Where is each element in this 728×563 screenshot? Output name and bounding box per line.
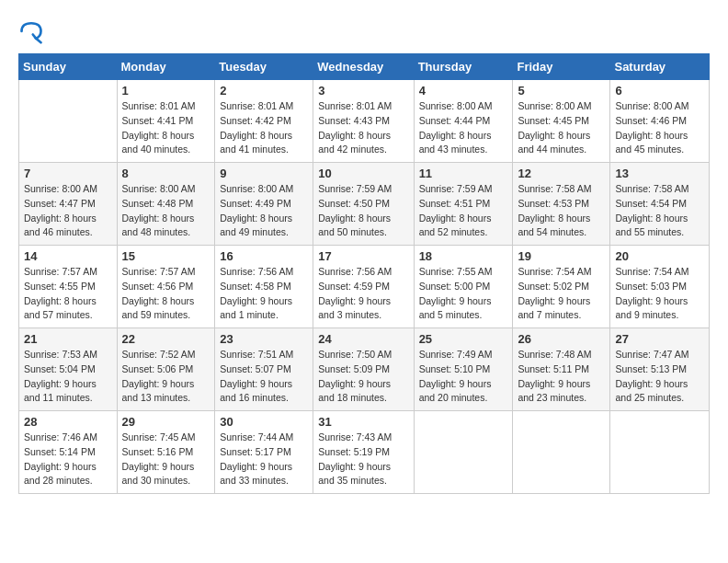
day-info: Sunrise: 7:52 AMSunset: 5:06 PMDaylight:… (122, 348, 210, 406)
day-number: 19 (518, 249, 605, 263)
day-info: Sunrise: 8:00 AMSunset: 4:47 PMDaylight:… (24, 182, 112, 240)
calendar-cell: 26Sunrise: 7:48 AMSunset: 5:11 PMDayligh… (513, 328, 610, 411)
calendar-cell: 8Sunrise: 8:00 AMSunset: 4:48 PMDaylight… (117, 163, 215, 246)
calendar-week-row: 28Sunrise: 7:46 AMSunset: 5:14 PMDayligh… (19, 411, 710, 494)
day-number: 4 (419, 84, 508, 98)
day-info: Sunrise: 7:59 AMSunset: 4:51 PMDaylight:… (419, 182, 508, 240)
calendar-cell: 4Sunrise: 8:00 AMSunset: 4:44 PMDaylight… (414, 80, 513, 163)
calendar-cell: 21Sunrise: 7:53 AMSunset: 5:04 PMDayligh… (19, 328, 118, 411)
calendar-cell (513, 411, 610, 494)
calendar-cell (610, 411, 710, 494)
day-number: 22 (122, 332, 210, 346)
logo-icon (18, 18, 44, 44)
day-number: 23 (220, 332, 308, 346)
day-of-week-header: Monday (117, 54, 215, 80)
day-number: 3 (318, 84, 408, 98)
calendar-cell: 2Sunrise: 8:01 AMSunset: 4:42 PMDaylight… (215, 80, 313, 163)
day-info: Sunrise: 8:01 AMSunset: 4:43 PMDaylight:… (318, 99, 408, 157)
calendar-cell: 28Sunrise: 7:46 AMSunset: 5:14 PMDayligh… (19, 411, 118, 494)
day-number: 31 (318, 415, 408, 429)
day-info: Sunrise: 7:49 AMSunset: 5:10 PMDaylight:… (419, 348, 508, 406)
day-info: Sunrise: 7:54 AMSunset: 5:02 PMDaylight:… (518, 265, 605, 323)
day-number: 14 (24, 249, 112, 263)
calendar-cell (19, 80, 118, 163)
day-info: Sunrise: 7:53 AMSunset: 5:04 PMDaylight:… (24, 348, 112, 406)
day-info: Sunrise: 8:00 AMSunset: 4:44 PMDaylight:… (419, 99, 508, 157)
calendar-cell: 20Sunrise: 7:54 AMSunset: 5:03 PMDayligh… (610, 246, 710, 328)
day-number: 24 (318, 332, 408, 346)
day-info: Sunrise: 7:58 AMSunset: 4:53 PMDaylight:… (518, 182, 605, 240)
calendar-cell: 24Sunrise: 7:50 AMSunset: 5:09 PMDayligh… (313, 328, 414, 411)
day-info: Sunrise: 7:50 AMSunset: 5:09 PMDaylight:… (318, 348, 408, 406)
calendar-cell: 30Sunrise: 7:44 AMSunset: 5:17 PMDayligh… (215, 411, 313, 494)
calendar-week-row: 1Sunrise: 8:01 AMSunset: 4:41 PMDaylight… (19, 80, 710, 163)
calendar-cell: 31Sunrise: 7:43 AMSunset: 5:19 PMDayligh… (313, 411, 414, 494)
day-of-week-header: Thursday (414, 54, 513, 80)
day-of-week-header: Friday (513, 54, 610, 80)
calendar-cell: 14Sunrise: 7:57 AMSunset: 4:55 PMDayligh… (19, 246, 118, 328)
day-number: 7 (24, 167, 112, 180)
day-of-week-header: Sunday (19, 54, 118, 80)
calendar-cell: 9Sunrise: 8:00 AMSunset: 4:49 PMDaylight… (215, 163, 313, 246)
day-info: Sunrise: 8:00 AMSunset: 4:48 PMDaylight:… (122, 182, 210, 240)
day-info: Sunrise: 8:00 AMSunset: 4:46 PMDaylight:… (615, 99, 704, 157)
calendar-cell (414, 411, 513, 494)
day-info: Sunrise: 7:59 AMSunset: 4:50 PMDaylight:… (318, 182, 408, 240)
day-info: Sunrise: 7:51 AMSunset: 5:07 PMDaylight:… (220, 348, 308, 406)
calendar-cell: 29Sunrise: 7:45 AMSunset: 5:16 PMDayligh… (117, 411, 215, 494)
day-number: 30 (220, 415, 308, 429)
calendar-week-row: 14Sunrise: 7:57 AMSunset: 4:55 PMDayligh… (19, 246, 710, 328)
day-info: Sunrise: 7:46 AMSunset: 5:14 PMDaylight:… (24, 431, 112, 488)
calendar-cell: 17Sunrise: 7:56 AMSunset: 4:59 PMDayligh… (313, 246, 414, 328)
calendar-cell: 11Sunrise: 7:59 AMSunset: 4:51 PMDayligh… (414, 163, 513, 246)
day-number: 10 (318, 167, 408, 180)
day-number: 16 (220, 249, 308, 263)
day-number: 13 (615, 167, 704, 180)
day-number: 11 (419, 167, 508, 180)
day-info: Sunrise: 7:47 AMSunset: 5:13 PMDaylight:… (615, 348, 704, 406)
day-info: Sunrise: 7:56 AMSunset: 4:58 PMDaylight:… (220, 265, 308, 323)
day-info: Sunrise: 8:00 AMSunset: 4:45 PMDaylight:… (518, 99, 605, 157)
day-info: Sunrise: 8:00 AMSunset: 4:49 PMDaylight:… (220, 182, 308, 240)
day-number: 9 (220, 167, 308, 180)
day-number: 21 (24, 332, 112, 346)
day-number: 5 (518, 84, 605, 98)
calendar-cell: 27Sunrise: 7:47 AMSunset: 5:13 PMDayligh… (610, 328, 710, 411)
calendar-cell: 7Sunrise: 8:00 AMSunset: 4:47 PMDaylight… (19, 163, 118, 246)
day-info: Sunrise: 7:43 AMSunset: 5:19 PMDaylight:… (318, 431, 408, 488)
calendar-cell: 18Sunrise: 7:55 AMSunset: 5:00 PMDayligh… (414, 246, 513, 328)
calendar-cell: 12Sunrise: 7:58 AMSunset: 4:53 PMDayligh… (513, 163, 610, 246)
day-info: Sunrise: 8:01 AMSunset: 4:41 PMDaylight:… (122, 99, 210, 157)
day-number: 28 (24, 415, 112, 429)
page-header (18, 18, 710, 44)
day-info: Sunrise: 7:48 AMSunset: 5:11 PMDaylight:… (518, 348, 605, 406)
calendar-header-row: SundayMondayTuesdayWednesdayThursdayFrid… (19, 54, 710, 80)
calendar-cell: 5Sunrise: 8:00 AMSunset: 4:45 PMDaylight… (513, 80, 610, 163)
calendar-week-row: 7Sunrise: 8:00 AMSunset: 4:47 PMDaylight… (19, 163, 710, 246)
day-info: Sunrise: 8:01 AMSunset: 4:42 PMDaylight:… (220, 99, 308, 157)
calendar-week-row: 21Sunrise: 7:53 AMSunset: 5:04 PMDayligh… (19, 328, 710, 411)
day-number: 29 (122, 415, 210, 429)
day-number: 12 (518, 167, 605, 180)
day-info: Sunrise: 7:45 AMSunset: 5:16 PMDaylight:… (122, 431, 210, 488)
calendar-cell: 16Sunrise: 7:56 AMSunset: 4:58 PMDayligh… (215, 246, 313, 328)
day-number: 1 (122, 84, 210, 98)
calendar-cell: 1Sunrise: 8:01 AMSunset: 4:41 PMDaylight… (117, 80, 215, 163)
calendar-cell: 13Sunrise: 7:58 AMSunset: 4:54 PMDayligh… (610, 163, 710, 246)
day-number: 26 (518, 332, 605, 346)
day-number: 15 (122, 249, 210, 263)
calendar-cell: 25Sunrise: 7:49 AMSunset: 5:10 PMDayligh… (414, 328, 513, 411)
calendar-table: SundayMondayTuesdayWednesdayThursdayFrid… (18, 53, 710, 494)
calendar-cell: 22Sunrise: 7:52 AMSunset: 5:06 PMDayligh… (117, 328, 215, 411)
day-number: 6 (615, 84, 704, 98)
day-info: Sunrise: 7:58 AMSunset: 4:54 PMDaylight:… (615, 182, 704, 240)
day-number: 8 (122, 167, 210, 180)
day-of-week-header: Saturday (610, 54, 710, 80)
day-info: Sunrise: 7:55 AMSunset: 5:00 PMDaylight:… (419, 265, 508, 323)
day-of-week-header: Tuesday (215, 54, 313, 80)
day-number: 27 (615, 332, 704, 346)
calendar-cell: 3Sunrise: 8:01 AMSunset: 4:43 PMDaylight… (313, 80, 414, 163)
calendar-cell: 19Sunrise: 7:54 AMSunset: 5:02 PMDayligh… (513, 246, 610, 328)
day-number: 18 (419, 249, 508, 263)
day-info: Sunrise: 7:54 AMSunset: 5:03 PMDaylight:… (615, 265, 704, 323)
